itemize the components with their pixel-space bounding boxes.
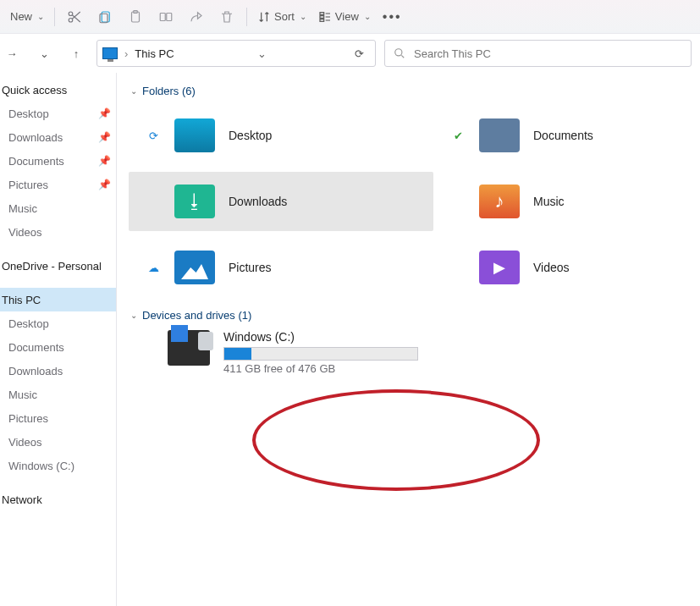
sidebar-item-downloads[interactable]: Downloads📌	[0, 125, 116, 149]
drive-usage-fill	[224, 348, 251, 360]
chevron-down-icon: ⌄	[37, 12, 44, 21]
pin-icon: 📌	[98, 131, 111, 143]
view-icon	[318, 10, 332, 24]
address-dropdown-button[interactable]: ⌄	[254, 47, 270, 60]
chevron-down-icon: ⌄	[130, 86, 137, 96]
address-bar[interactable]: › This PC ⌄ ⟳	[96, 40, 376, 67]
pin-icon: 📌	[98, 107, 111, 119]
forward-button[interactable]: →	[0, 41, 24, 65]
separator	[54, 8, 55, 26]
search-box[interactable]	[384, 40, 692, 67]
sort-button[interactable]: Sort⌄	[252, 3, 311, 30]
chevron-down-icon: ⌄	[40, 47, 49, 60]
sidebar-quick-access[interactable]: Quick access	[0, 78, 116, 102]
folder-icon	[174, 185, 215, 218]
sidebar-onedrive[interactable]: OneDrive - Personal	[0, 254, 116, 278]
folder-desktop[interactable]: ⟳ Desktop	[129, 106, 433, 165]
ellipsis-icon: •••	[383, 9, 402, 25]
folder-icon	[479, 185, 520, 218]
chevron-down-icon: ⌄	[130, 311, 137, 320]
svg-rect-8	[320, 12, 324, 14]
chevron-down-icon: ⌄	[364, 12, 371, 21]
drive-title: Windows (C:)	[223, 330, 418, 344]
sidebar-item-videos[interactable]: Videos	[0, 220, 116, 244]
this-pc-icon	[102, 47, 118, 59]
folder-downloads[interactable]: Downloads	[129, 172, 433, 231]
svg-point-11	[395, 49, 402, 56]
sidebar-pc-music[interactable]: Music	[0, 383, 116, 406]
svg-rect-9	[320, 15, 324, 18]
rename-button[interactable]	[152, 3, 180, 30]
svg-point-0	[69, 12, 73, 16]
drive-free-text: 411 GB free of 476 GB	[223, 362, 418, 375]
folder-icon	[479, 118, 520, 152]
sidebar-network[interactable]: Network	[0, 488, 116, 511]
svg-rect-3	[100, 14, 107, 23]
chevron-down-icon: ⌄	[300, 12, 306, 21]
share-icon	[189, 9, 204, 25]
folder-icon	[174, 251, 215, 284]
folders-grid: ⟳ Desktop ✔ Documents Downloads Music ☁	[129, 106, 700, 297]
sidebar-pc-documents[interactable]: Documents	[0, 335, 116, 359]
folders-section-header[interactable]: ⌄Folders (6)	[129, 85, 700, 97]
folder-icon	[479, 251, 520, 284]
sort-icon	[257, 10, 271, 24]
navigation-pane: Quick access Desktop📌 Downloads📌 Documen…	[0, 73, 117, 606]
navigation-row: → ⌄ ↑ › This PC ⌄ ⟳	[0, 34, 700, 73]
folder-documents[interactable]: ✔ Documents	[433, 106, 687, 165]
cloud-icon: ☁	[146, 262, 161, 274]
folder-icon	[174, 118, 215, 152]
sidebar-item-desktop[interactable]: Desktop📌	[0, 102, 116, 125]
sidebar-pc-downloads[interactable]: Downloads	[0, 359, 116, 383]
new-button[interactable]: New⌄	[5, 3, 49, 30]
sidebar-item-documents[interactable]: Documents📌	[0, 149, 116, 173]
svg-rect-10	[320, 19, 324, 21]
delete-button[interactable]	[212, 3, 241, 30]
sidebar-pc-desktop[interactable]: Desktop	[0, 311, 116, 335]
pin-icon: 📌	[98, 155, 111, 167]
separator	[246, 8, 247, 26]
sidebar-this-pc[interactable]: This PC	[0, 288, 116, 311]
folder-pictures[interactable]: ☁ Pictures	[129, 238, 433, 297]
breadcrumb-separator: ›	[124, 47, 128, 60]
check-icon: ✔	[450, 129, 466, 142]
share-button[interactable]	[182, 3, 211, 30]
svg-point-1	[69, 18, 73, 22]
pin-icon: 📌	[98, 179, 111, 190]
drive-icon	[168, 330, 210, 366]
folder-videos[interactable]: Videos	[433, 238, 687, 297]
copy-icon	[97, 9, 113, 25]
trash-icon	[219, 9, 234, 25]
search-icon	[394, 47, 405, 59]
sync-icon: ⟳	[146, 129, 161, 142]
sidebar-pc-drive-c[interactable]: Windows (C:)	[0, 454, 116, 477]
refresh-button[interactable]: ⟳	[350, 47, 370, 60]
drives-section-header[interactable]: ⌄Devices and drives (1)	[129, 309, 700, 322]
sidebar-item-music[interactable]: Music	[0, 196, 116, 220]
svg-rect-6	[160, 13, 165, 20]
clipboard-icon	[128, 9, 143, 25]
drive-usage-bar	[223, 347, 418, 361]
folder-music[interactable]: Music	[433, 172, 687, 231]
search-input[interactable]	[414, 47, 682, 60]
copy-button[interactable]	[91, 3, 119, 30]
command-toolbar: New⌄ Sort⌄ View⌄ •••	[0, 0, 700, 34]
annotation-ellipse	[252, 389, 540, 491]
sidebar-pc-pictures[interactable]: Pictures	[0, 406, 116, 430]
svg-rect-7	[167, 13, 172, 20]
rename-icon	[158, 9, 174, 25]
drive-c[interactable]: Windows (C:) 411 GB free of 476 GB	[129, 330, 700, 375]
cut-button[interactable]	[60, 3, 89, 30]
paste-button[interactable]	[121, 3, 150, 30]
sidebar-item-pictures[interactable]: Pictures📌	[0, 173, 116, 196]
up-button[interactable]: ↑	[64, 41, 88, 65]
scissors-icon	[67, 9, 82, 25]
recent-locations-button[interactable]: ⌄	[32, 41, 56, 65]
more-button[interactable]: •••	[378, 3, 407, 30]
sidebar-pc-videos[interactable]: Videos	[0, 430, 116, 454]
content-pane: ⌄Folders (6) ⟳ Desktop ✔ Documents Downl…	[117, 73, 700, 606]
view-button[interactable]: View⌄	[313, 3, 376, 30]
breadcrumb-location[interactable]: This PC	[135, 47, 174, 60]
